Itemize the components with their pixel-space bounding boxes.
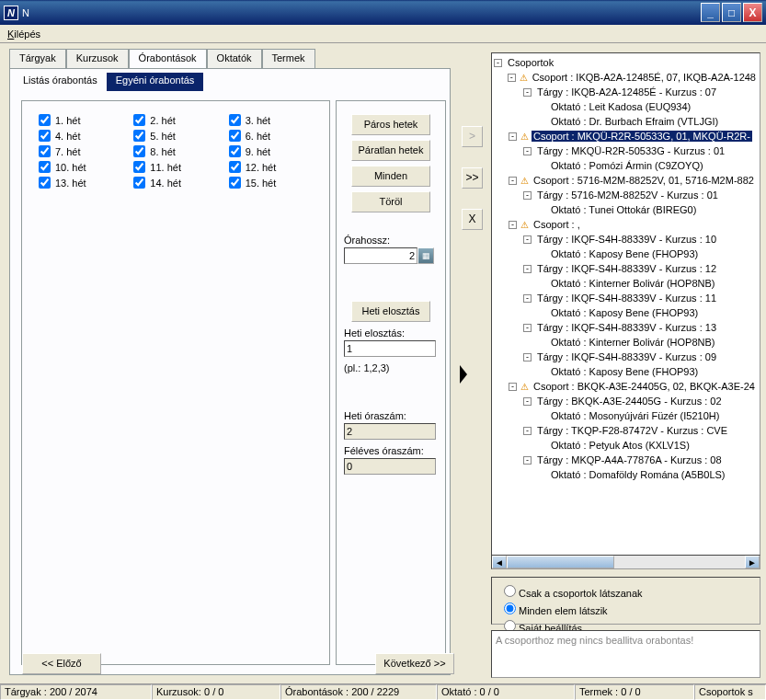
- tree-subject[interactable]: -Tárgy : TKQP-F28-87472V - Kurzus : CVE: [494, 423, 758, 438]
- scroll-left-button[interactable]: ◄: [492, 556, 507, 568]
- radio-all-visible[interactable]: Minden elem látszik: [499, 600, 752, 616]
- heti-oraszam-label: Heti óraszám:: [344, 410, 438, 421]
- menu-bar: Kilépés: [0, 25, 766, 43]
- week-2-checkbox[interactable]: 2. hét: [133, 114, 217, 126]
- tab-targyak[interactable]: Tárgyak: [9, 49, 66, 69]
- week-14-checkbox[interactable]: 14. hét: [133, 177, 217, 189]
- week-8-checkbox[interactable]: 8. hét: [133, 145, 217, 157]
- controls-group: Páros hetek Páratlan hetek Minden Töröl …: [336, 100, 446, 665]
- tree-teacher[interactable]: Oktató : Petyuk Atos (KXLV1S): [494, 438, 758, 453]
- week-9-checkbox[interactable]: 9. hét: [229, 145, 313, 157]
- tree-group[interactable]: -⚠Csoport : ,: [494, 217, 758, 232]
- heti-elosztas-hint: (pl.: 1,2,3): [344, 362, 438, 373]
- tab-kurzusok[interactable]: Kurzusok: [66, 49, 129, 69]
- orahossz-label: Órahossz:: [344, 235, 438, 246]
- torol-button[interactable]: Töröl: [351, 191, 430, 212]
- move-all-right-button[interactable]: >>: [462, 167, 483, 189]
- tree-group[interactable]: -⚠Csoport : 5716-M2M-88252V, 01, 5716-M2…: [494, 173, 758, 188]
- week-12-checkbox[interactable]: 12. hét: [229, 161, 313, 173]
- status-orabontasok: Órabontások : 200 / 2229: [280, 684, 437, 700]
- tree-teacher[interactable]: Oktató : Domaföldy Romána (A5B0LS): [494, 467, 758, 482]
- week-5-checkbox[interactable]: 5. hét: [133, 130, 217, 142]
- app-icon: N: [4, 6, 18, 20]
- tree-subject[interactable]: -Tárgy : IKQF-S4H-88339V - Kurzus : 11: [494, 291, 758, 305]
- heti-elosztas-button[interactable]: Heti elosztás: [351, 301, 430, 322]
- info-message: A csoporthoz meg nincs beallitva orabont…: [491, 630, 760, 678]
- view-options-group: Csak a csoportok látszanak Minden elem l…: [491, 577, 760, 625]
- kovetkezo-button[interactable]: Következő >>: [375, 653, 454, 674]
- main-tabs: Tárgyak Kurzusok Órabontások Oktatók Ter…: [9, 49, 315, 69]
- scroll-thumb[interactable]: [507, 556, 614, 568]
- minden-button[interactable]: Minden: [351, 166, 430, 187]
- tab-panel: Listás órabontás Egyéni órabontás 1. hét…: [9, 68, 451, 675]
- paros-hetek-button[interactable]: Páros hetek: [351, 114, 430, 135]
- title-bar: N N _ □ X: [0, 0, 766, 25]
- subtab-egyeni[interactable]: Egyéni órabontás: [107, 73, 204, 91]
- feleves-oraszam-label: Féléves óraszám:: [344, 445, 438, 456]
- week-7-checkbox[interactable]: 7. hét: [39, 145, 122, 157]
- move-right-button: >: [462, 126, 483, 147]
- status-targyak: Tárgyak : 200 / 2074: [0, 684, 152, 700]
- splitter-handle[interactable]: [460, 365, 467, 384]
- status-termek: Termek : 0 / 0: [575, 684, 694, 700]
- tree-group[interactable]: -⚠Csoport : BKQK-A3E-24405G, 02, BKQK-A3…: [494, 379, 758, 394]
- tree-root[interactable]: -Csoportok: [494, 55, 758, 70]
- week-15-checkbox[interactable]: 15. hét: [229, 177, 313, 189]
- tree-subject[interactable]: -Tárgy : MKQÜ-R2R-50533G - Kurzus : 01: [494, 143, 758, 158]
- elozo-button[interactable]: << Előző: [22, 653, 101, 674]
- tree-teacher[interactable]: Oktató : Kinterner Bolivár (HOP8NB): [494, 276, 758, 291]
- tree-teacher[interactable]: Oktató : Leit Kadosa (EUQ934): [494, 99, 758, 114]
- groups-tree[interactable]: -Csoportok -⚠Csoport : IKQB-A2A-12485É, …: [491, 52, 760, 568]
- tree-subject[interactable]: -Tárgy : 5716-M2M-88252V - Kurzus : 01: [494, 188, 758, 202]
- tree-teacher[interactable]: Oktató : Kaposy Bene (FHOP93): [494, 305, 758, 320]
- status-kurzusok: Kurzusok: 0 / 0: [152, 684, 280, 700]
- tree-subject[interactable]: -Tárgy : IKQB-A2A-12485É - Kurzus : 07: [494, 85, 758, 99]
- orahossz-spinner[interactable]: ▦: [417, 247, 434, 264]
- status-oktato: Oktató : 0 / 0: [437, 684, 575, 700]
- tree-subject[interactable]: -Tárgy : BKQK-A3E-24405G - Kurzus : 02: [494, 394, 758, 408]
- tab-orabontasok[interactable]: Órabontások: [129, 49, 207, 69]
- week-1-checkbox[interactable]: 1. hét: [39, 114, 122, 126]
- radio-only-groups[interactable]: Csak a csoportok látszanak: [499, 582, 752, 599]
- week-11-checkbox[interactable]: 11. hét: [133, 161, 217, 173]
- orahossz-input[interactable]: [344, 247, 417, 264]
- tree-teacher[interactable]: Oktató : Kaposy Bene (FHOP93): [494, 247, 758, 261]
- menu-item-exit[interactable]: Kilépés: [4, 27, 44, 41]
- week-6-checkbox[interactable]: 6. hét: [229, 130, 313, 142]
- tree-group-selected[interactable]: -⚠Csoport : MKQÜ-R2R-50533G, 01, MKQÜ-R2…: [494, 129, 758, 143]
- week-10-checkbox[interactable]: 10. hét: [39, 161, 122, 173]
- tree-subject[interactable]: -Tárgy : MKQP-A4A-77876A - Kurzus : 08: [494, 453, 758, 467]
- remove-button[interactable]: X: [462, 209, 483, 230]
- heti-elosztas-input[interactable]: [344, 340, 436, 357]
- maximize-button[interactable]: □: [722, 3, 741, 22]
- paratlan-hetek-button[interactable]: Páratlan hetek: [351, 140, 430, 161]
- subtab-listas[interactable]: Listás órabontás: [14, 73, 107, 91]
- status-csoportok: Csoportok s: [694, 684, 766, 700]
- tree-teacher[interactable]: Oktató : Mosonyújvári Füzér (I5210H): [494, 408, 758, 423]
- tree-subject[interactable]: -Tárgy : IKQF-S4H-88339V - Kurzus : 09: [494, 350, 758, 364]
- tree-teacher[interactable]: Oktató : Kinterner Bolivár (HOP8NB): [494, 335, 758, 350]
- week-3-checkbox[interactable]: 3. hét: [229, 114, 313, 126]
- tree-teacher[interactable]: Oktató : Pomózi Ármin (C9ZOYQ): [494, 158, 758, 173]
- tree-group[interactable]: -⚠Csoport : IKQB-A2A-12485É, 07, IKQB-A2…: [494, 70, 758, 85]
- tree-teacher[interactable]: Oktató : Kaposy Bene (FHOP93): [494, 364, 758, 379]
- minimize-button[interactable]: _: [701, 3, 720, 22]
- tree-teacher[interactable]: Oktató : Tunei Ottokár (BIREG0): [494, 202, 758, 217]
- weeks-group: 1. hét 2. hét 3. hét 4. hét 5. hét 6. hé…: [21, 100, 330, 665]
- tree-subject[interactable]: -Tárgy : IKQF-S4H-88339V - Kurzus : 12: [494, 261, 758, 276]
- close-button[interactable]: X: [743, 3, 762, 22]
- heti-oraszam-input: [344, 423, 436, 440]
- status-bar: Tárgyak : 200 / 2074 Kurzusok: 0 / 0 Óra…: [0, 683, 766, 700]
- tree-subject[interactable]: -Tárgy : IKQF-S4H-88339V - Kurzus : 10: [494, 232, 758, 247]
- tab-oktatok[interactable]: Oktatók: [207, 49, 262, 69]
- scroll-right-button[interactable]: ►: [745, 556, 760, 568]
- window-title: N: [22, 7, 701, 18]
- tab-termek[interactable]: Termek: [262, 49, 315, 69]
- feleves-oraszam-input: [344, 458, 436, 475]
- tree-subject[interactable]: -Tárgy : IKQF-S4H-88339V - Kurzus : 13: [494, 320, 758, 335]
- tree-teacher[interactable]: Oktató : Dr. Burbach Efraim (VTLJGI): [494, 114, 758, 129]
- tree-horizontal-scrollbar[interactable]: ◄ ►: [491, 555, 760, 569]
- week-13-checkbox[interactable]: 13. hét: [39, 177, 122, 189]
- week-4-checkbox[interactable]: 4. hét: [39, 130, 122, 142]
- heti-elosztas-label: Heti elosztás:: [344, 327, 438, 339]
